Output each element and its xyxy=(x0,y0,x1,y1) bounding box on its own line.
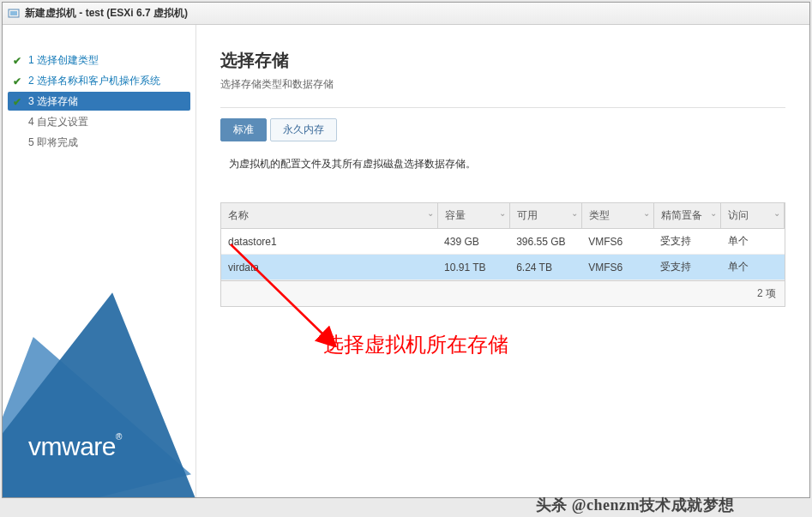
sort-icon: ⌄ xyxy=(571,208,578,218)
step-finish: ✔ 5 即将完成 xyxy=(8,133,190,152)
col-capacity[interactable]: 容量⌄ xyxy=(437,203,509,229)
col-thin[interactable]: 精简置备⌄ xyxy=(653,203,721,229)
sidebar: ✔ 1 选择创建类型 ✔ 2 选择名称和客户机操作系统 ✔ 3 选择存储 ✔ 4 xyxy=(3,25,196,497)
divider xyxy=(220,107,785,108)
cell-name: datastore1 xyxy=(221,229,437,255)
page-subtitle: 选择存储类型和数据存储 xyxy=(220,77,785,92)
datastore-table-wrap: 名称⌄ 容量⌄ 可用⌄ 类型⌄ 精简置备⌄ 访问⌄ datastore1 439… xyxy=(220,202,785,307)
cell-capacity: 10.91 TB xyxy=(437,255,509,280)
page-title: 选择存储 xyxy=(220,49,785,72)
step-num: 2 xyxy=(28,75,34,87)
svg-rect-1 xyxy=(10,11,17,15)
sort-icon: ⌄ xyxy=(710,208,717,218)
step-num: 3 xyxy=(28,95,34,107)
step-num: 1 xyxy=(28,54,34,66)
sort-icon: ⌄ xyxy=(643,208,650,218)
vmware-logo: vmware® xyxy=(28,432,122,461)
cell-free: 396.55 GB xyxy=(509,229,581,255)
cell-access: 单个 xyxy=(721,255,785,280)
cell-access: 单个 xyxy=(721,229,785,255)
step-label: 即将完成 xyxy=(37,135,78,150)
main-panel: 选择存储 选择存储类型和数据存储 标准 永久内存 为虚拟机的配置文件及其所有虚拟… xyxy=(196,25,809,497)
tab-pmem[interactable]: 永久内存 xyxy=(270,118,337,141)
col-access[interactable]: 访问⌄ xyxy=(721,203,785,229)
dialog-body: ✔ 1 选择创建类型 ✔ 2 选择名称和客户机操作系统 ✔ 3 选择存储 ✔ 4 xyxy=(3,25,809,497)
step-label: 自定义设置 xyxy=(37,115,88,129)
table-footer: 2 项 xyxy=(221,280,785,306)
vm-icon xyxy=(8,8,20,20)
step-label: 选择存储 xyxy=(37,94,78,109)
cell-type: VMFS6 xyxy=(581,229,653,255)
cell-capacity: 439 GB xyxy=(437,229,509,255)
table-row[interactable]: datastore1 439 GB 396.55 GB VMFS6 受支持 单个 xyxy=(221,229,785,255)
step-num: 4 xyxy=(28,116,34,128)
instruction-text: 为虚拟机的配置文件及其所有虚拟磁盘选择数据存储。 xyxy=(220,157,785,171)
sort-icon: ⌄ xyxy=(773,208,780,218)
cell-thin: 受支持 xyxy=(653,229,721,255)
dialog-title: 新建虚拟机 - test (ESXi 6.7 虚拟机) xyxy=(25,6,188,21)
watermark: 头杀 @chenzm技术成就梦想 xyxy=(536,495,735,515)
col-type[interactable]: 类型⌄ xyxy=(581,203,653,229)
sort-icon: ⌄ xyxy=(499,208,506,218)
check-icon: ✔ xyxy=(13,75,23,86)
col-name[interactable]: 名称⌄ xyxy=(221,203,437,229)
cell-name: virdata xyxy=(221,255,437,280)
step-label: 选择创建类型 xyxy=(37,53,99,68)
step-storage[interactable]: ✔ 3 选择存储 xyxy=(8,92,190,111)
sort-icon: ⌄ xyxy=(427,208,434,218)
cell-type: VMFS6 xyxy=(581,255,653,280)
step-num: 5 xyxy=(28,136,34,148)
tab-standard[interactable]: 标准 xyxy=(220,118,267,141)
col-free[interactable]: 可用⌄ xyxy=(509,203,581,229)
check-icon: ✔ xyxy=(13,96,23,106)
cell-thin: 受支持 xyxy=(653,255,721,280)
storage-tabs: 标准 永久内存 xyxy=(220,118,785,141)
step-settings: ✔ 4 自定义设置 xyxy=(8,112,190,131)
step-name-os[interactable]: ✔ 2 选择名称和客户机操作系统 xyxy=(8,71,190,90)
wizard-steps: ✔ 1 选择创建类型 ✔ 2 选择名称和客户机操作系统 ✔ 3 选择存储 ✔ 4 xyxy=(3,25,195,152)
table-row[interactable]: virdata 10.91 TB 6.24 TB VMFS6 受支持 单个 xyxy=(221,255,785,280)
dialog: 新建虚拟机 - test (ESXi 6.7 虚拟机) ✔ 1 选择创建类型 ✔… xyxy=(2,2,810,498)
decorative-triangle xyxy=(3,274,196,497)
titlebar: 新建虚拟机 - test (ESXi 6.7 虚拟机) xyxy=(3,3,809,25)
step-label: 选择名称和客户机操作系统 xyxy=(37,74,160,88)
datastore-table: 名称⌄ 容量⌄ 可用⌄ 类型⌄ 精简置备⌄ 访问⌄ datastore1 439… xyxy=(221,203,785,280)
step-create-type[interactable]: ✔ 1 选择创建类型 xyxy=(8,51,190,69)
check-icon: ✔ xyxy=(13,55,23,65)
cell-free: 6.24 TB xyxy=(509,255,581,280)
